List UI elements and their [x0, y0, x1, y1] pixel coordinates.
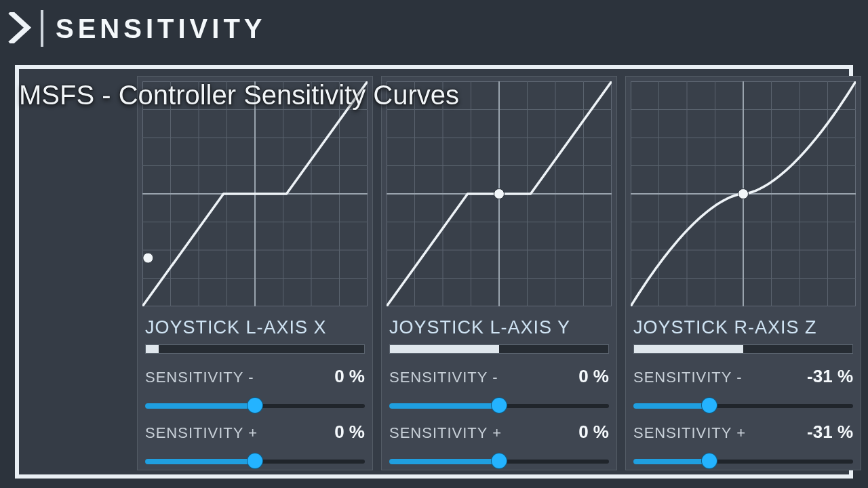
slider-label: SENSITIVITY + — [633, 424, 746, 442]
svg-point-62 — [738, 189, 749, 199]
sensitivity-slider[interactable] — [145, 396, 365, 414]
sensitivity-plus-block: SENSITIVITY + 0 % — [389, 422, 609, 470]
axis-title: JOYSTICK R-AXIS Z — [633, 317, 817, 338]
svg-point-20 — [143, 253, 153, 263]
slider-label: SENSITIVITY - — [633, 369, 743, 386]
sensitivity-minus-block: SENSITIVITY - 0 % — [389, 366, 609, 414]
response-curve-graph — [142, 81, 368, 306]
sensitivity-slider[interactable] — [633, 396, 853, 414]
sensitivity-slider[interactable] — [389, 452, 609, 470]
slider-label: SENSITIVITY + — [145, 424, 258, 442]
slider-value: -31 % — [807, 366, 853, 387]
settings-panel: JOYSTICK L-AXIS X SENSITIVITY - 0 % SENS… — [15, 65, 853, 479]
title-separator — [41, 10, 43, 47]
axis-title: JOYSTICK L-AXIS X — [145, 317, 327, 338]
sensitivity-plus-block: SENSITIVITY + 0 % — [145, 422, 365, 470]
chevron-right-icon[interactable] — [8, 12, 34, 45]
axis-title: JOYSTICK L-AXIS Y — [389, 317, 570, 338]
sensitivity-slider[interactable] — [389, 396, 609, 414]
slider-value: 0 % — [578, 422, 609, 443]
axis-input-indicator — [389, 344, 609, 354]
slider-value: -31 % — [807, 422, 853, 443]
axis-input-indicator — [633, 344, 853, 354]
sensitivity-minus-block: SENSITIVITY - -31 % — [633, 366, 853, 414]
slider-label: SENSITIVITY + — [389, 424, 502, 442]
sensitivity-plus-block: SENSITIVITY + -31 % — [633, 422, 853, 470]
slider-label: SENSITIVITY - — [145, 369, 254, 386]
sensitivity-slider[interactable] — [633, 452, 853, 470]
sensitivity-minus-block: SENSITIVITY - 0 % — [145, 366, 365, 414]
axis-input-indicator — [145, 344, 365, 354]
axis-card-joystick-r-axis-z: JOYSTICK R-AXIS Z SENSITIVITY - -31 % SE… — [625, 76, 861, 470]
response-curve-graph — [387, 81, 612, 306]
axis-card-joystick-l-axis-x: JOYSTICK L-AXIS X SENSITIVITY - 0 % SENS… — [137, 76, 373, 470]
axis-card-joystick-l-axis-y: JOYSTICK L-AXIS Y SENSITIVITY - 0 % SENS… — [381, 76, 617, 470]
svg-point-41 — [494, 189, 505, 199]
page-title: SENSITIVITY — [56, 14, 267, 44]
response-curve-graph — [631, 81, 856, 306]
slider-label: SENSITIVITY - — [389, 369, 498, 386]
slider-value: 0 % — [578, 366, 609, 387]
sensitivity-slider[interactable] — [145, 452, 365, 470]
title-bar: SENSITIVITY — [0, 0, 868, 57]
slider-value: 0 % — [334, 422, 365, 443]
slider-value: 0 % — [334, 366, 365, 387]
